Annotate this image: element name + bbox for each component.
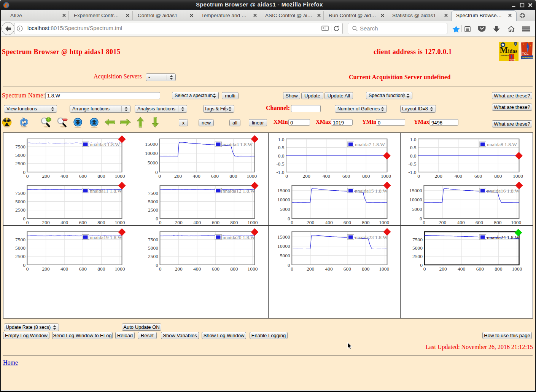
svg-text:2500: 2500	[148, 207, 158, 213]
svg-text:800: 800	[362, 173, 370, 178]
svg-text:7500: 7500	[15, 237, 25, 242]
svg-text:800: 800	[494, 220, 502, 225]
svg-text:400: 400	[60, 220, 68, 225]
svg-text:nnaida4 1.8.W: nnaida4 1.8.W	[223, 141, 253, 147]
svg-text:0: 0	[23, 169, 25, 175]
svg-text:1000: 1000	[247, 173, 257, 178]
svg-text:nnaida23 1.8.W: nnaida23 1.8.W	[355, 234, 388, 240]
svg-text:-1.0: -1.0	[408, 169, 417, 175]
svg-text:400: 400	[193, 220, 201, 225]
svg-text:powered by: powered by	[501, 54, 509, 56]
svg-text:5000: 5000	[280, 206, 290, 212]
svg-text:0: 0	[417, 173, 420, 178]
svg-text:0: 0	[423, 266, 426, 272]
svg-text:200: 200	[174, 173, 182, 178]
svg-text:0.0: 0.0	[278, 153, 284, 158]
svg-text:400: 400	[455, 173, 463, 178]
svg-text:2500: 2500	[15, 161, 25, 166]
svg-text:-0.5: -0.5	[276, 161, 285, 167]
svg-text:800: 800	[97, 220, 105, 225]
svg-text:10000: 10000	[277, 197, 290, 202]
svg-text:200: 200	[42, 220, 50, 225]
svg-text:5000: 5000	[15, 199, 25, 204]
svg-text:0: 0	[23, 262, 25, 268]
svg-text:0: 0	[156, 262, 158, 268]
svg-text:400: 400	[457, 220, 465, 225]
svg-text:15000: 15000	[277, 188, 290, 193]
svg-text:200: 200	[435, 173, 443, 178]
svg-text:600: 600	[343, 266, 351, 272]
svg-text:200: 200	[439, 220, 447, 225]
svg-text:0.5: 0.5	[278, 145, 284, 150]
svg-text:5000: 5000	[148, 159, 158, 165]
svg-text:M: M	[500, 45, 508, 55]
svg-text:0: 0	[155, 169, 158, 175]
svg-text:10000: 10000	[409, 197, 422, 202]
svg-text:600: 600	[212, 220, 220, 225]
svg-text:nnaida12 1.8.W: nnaida12 1.8.W	[223, 188, 255, 194]
svg-text:800: 800	[362, 220, 370, 225]
svg-text:800: 800	[229, 173, 237, 178]
svg-text:10000: 10000	[277, 243, 290, 249]
svg-text:600: 600	[79, 173, 87, 178]
svg-text:2500: 2500	[148, 253, 158, 259]
svg-text:1.0: 1.0	[278, 136, 284, 142]
svg-text:TCL: TCL	[522, 52, 529, 56]
svg-text:800: 800	[97, 173, 105, 178]
svg-text:600: 600	[343, 220, 351, 225]
svg-text:7500: 7500	[15, 190, 25, 196]
svg-text:nnaida16 1.8.W: nnaida16 1.8.W	[487, 188, 520, 194]
svg-text:POWERED: POWERED	[522, 56, 533, 59]
svg-text:800: 800	[362, 266, 370, 272]
svg-text:0: 0	[291, 220, 293, 225]
svg-text:600: 600	[342, 173, 350, 178]
svg-text:1000: 1000	[379, 220, 389, 225]
svg-text:nnaida15 1.8.W: nnaida15 1.8.W	[355, 188, 388, 194]
svg-text:0: 0	[159, 266, 162, 272]
svg-text:5000: 5000	[15, 245, 25, 251]
svg-text:200: 200	[306, 220, 314, 225]
svg-text:nnaida20 1.8.W: nnaida20 1.8.W	[223, 234, 255, 240]
svg-text:0: 0	[158, 173, 161, 178]
svg-text:5000: 5000	[412, 245, 423, 251]
svg-text:0: 0	[420, 262, 423, 268]
svg-text:7500: 7500	[412, 237, 423, 242]
svg-text:0: 0	[159, 220, 162, 225]
svg-text:nnaida3 1.8.W: nnaida3 1.8.W	[90, 141, 120, 147]
svg-text:800: 800	[97, 266, 105, 272]
svg-text:600: 600	[476, 220, 484, 225]
svg-text:600: 600	[79, 266, 87, 272]
svg-text:7500: 7500	[148, 190, 158, 196]
svg-text:10000: 10000	[145, 150, 158, 156]
svg-text:nnaida19 1.8.W: nnaida19 1.8.W	[90, 234, 122, 240]
svg-text:TCL PWR: TCL PWR	[510, 59, 516, 61]
svg-text:800: 800	[230, 220, 238, 225]
svg-text:1000: 1000	[379, 266, 389, 272]
svg-text:0: 0	[288, 216, 290, 221]
svg-text:2500: 2500	[412, 253, 423, 259]
svg-text:5000: 5000	[15, 152, 25, 158]
svg-text:-0.5: -0.5	[408, 161, 417, 167]
svg-text:200: 200	[306, 266, 314, 272]
svg-text:200: 200	[302, 173, 310, 178]
svg-text:400: 400	[60, 173, 68, 178]
svg-text:7500: 7500	[15, 143, 25, 149]
svg-text:200: 200	[439, 266, 447, 272]
svg-text:800: 800	[230, 266, 238, 272]
svg-text:400: 400	[193, 266, 201, 272]
svg-text:nnaida24 1.8.W: nnaida24 1.8.W	[487, 234, 520, 240]
svg-text:800: 800	[495, 266, 503, 272]
svg-text:400: 400	[192, 173, 200, 178]
svg-text:200: 200	[175, 266, 183, 272]
svg-text:1000: 1000	[513, 173, 523, 178]
svg-text:0: 0	[285, 173, 288, 178]
svg-text:200: 200	[175, 220, 183, 225]
svg-text:0: 0	[156, 216, 158, 221]
svg-text:nnaida8 1.8.W: nnaida8 1.8.W	[487, 141, 517, 147]
svg-text:0: 0	[26, 266, 29, 272]
svg-text:400: 400	[60, 266, 68, 272]
svg-text:0.5: 0.5	[410, 145, 417, 150]
svg-text:200: 200	[42, 173, 50, 178]
svg-text:600: 600	[476, 266, 484, 272]
svg-text:1.0: 1.0	[410, 136, 417, 142]
